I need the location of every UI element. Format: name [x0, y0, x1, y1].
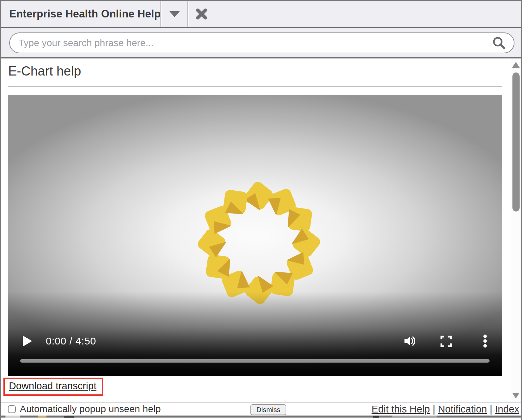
link-separator: | [490, 404, 493, 415]
heading-divider [8, 86, 502, 86]
window-fragment [5, 416, 20, 418]
window-fragment [38, 416, 46, 418]
footer-links: Edit this Help|Notification|Index [372, 404, 519, 415]
underlying-window-edge [1, 416, 521, 418]
window-fragment [373, 416, 379, 418]
page-title: E-Chart help [8, 64, 81, 79]
help-content: E-Chart help [1, 58, 521, 402]
autopopup-checkbox[interactable] [8, 405, 16, 413]
collapse-button[interactable] [161, 1, 188, 27]
video-time: 0:00 / 4:50 [46, 335, 96, 347]
notification-link[interactable]: Notification [438, 404, 487, 415]
caret-down-icon [169, 11, 180, 17]
footer-bar: Automatically popup unseen help Dismiss … [1, 402, 521, 416]
dismiss-button[interactable]: Dismiss [250, 404, 286, 415]
download-transcript-link[interactable]: Download transcript [9, 380, 96, 391]
edit-help-link[interactable]: Edit this Help [372, 404, 430, 415]
help-window: Enterprise Health Online Help E-Chart he… [0, 0, 522, 420]
autopopup-option[interactable]: Automatically popup unseen help [8, 404, 161, 415]
close-x-icon [194, 6, 209, 22]
scroll-up-arrow-icon[interactable] [512, 62, 520, 68]
more-options-button[interactable] [483, 334, 487, 348]
window-fragment [392, 416, 437, 418]
search-row [1, 28, 521, 58]
window-fragment [64, 416, 74, 418]
video-progress-bar[interactable] [20, 359, 490, 363]
play-button[interactable] [23, 336, 32, 347]
scrollbar-thumb[interactable] [512, 72, 520, 212]
scroll-down-arrow-icon[interactable] [512, 393, 520, 398]
annotation-highlight-box: Download transcript [3, 378, 103, 396]
link-separator: | [432, 404, 435, 415]
titlebar: Enterprise Health Online Help [1, 1, 521, 28]
video-controls: 0:00 / 4:50 [8, 335, 502, 347]
pinwheel-flower-logo [195, 179, 323, 307]
video-player[interactable]: 0:00 / 4:50 [8, 95, 502, 376]
fullscreen-button[interactable] [440, 336, 452, 347]
window-title: Enterprise Health Online Help [1, 8, 161, 20]
search-input[interactable] [10, 33, 492, 53]
volume-button[interactable] [403, 335, 416, 347]
index-link[interactable]: Index [495, 404, 519, 415]
autopopup-label: Automatically popup unseen help [20, 404, 161, 415]
close-button[interactable] [188, 1, 215, 27]
vertical-scrollbar[interactable] [511, 58, 521, 402]
search-icon[interactable] [492, 36, 506, 50]
search-box [9, 32, 514, 53]
